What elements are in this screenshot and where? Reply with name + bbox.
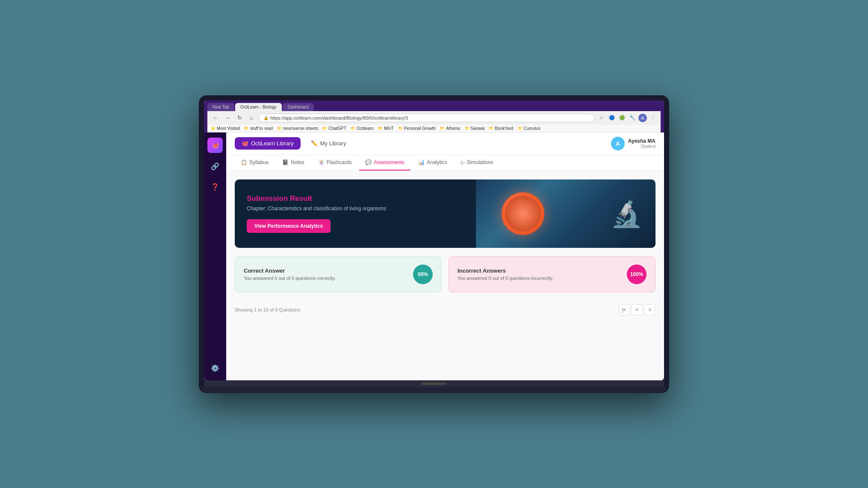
virus-illustration <box>502 192 544 235</box>
incorrect-title: Incorrect Answers <box>458 268 553 274</box>
incorrect-desc: You answered 0 out of 0 questions incorr… <box>458 276 553 281</box>
toolbar-icons: ☆ 🔵 🟢 🔧 A ⋮ <box>597 114 657 122</box>
reload-button[interactable]: ↻ <box>235 113 244 123</box>
syllabus-icon: 📋 <box>241 159 247 165</box>
banner-image <box>476 179 655 248</box>
forward-button[interactable]: → <box>223 113 232 123</box>
view-analytics-button[interactable]: View Performance Analytics <box>247 219 331 233</box>
banner-title: Submission Result <box>247 194 464 203</box>
score-card-incorrect: Incorrect Answers You answered 0 out of … <box>449 256 655 292</box>
user-details: Ayesha MA Student <box>628 138 655 149</box>
pagination-row: Showing 1 to 10 of 0 Questions |< < > <box>235 301 655 319</box>
page-first-button[interactable]: |< <box>619 304 630 315</box>
score-card-correct: Correct Answer You answered 0 out of 0 q… <box>235 256 442 292</box>
incorrect-info: Incorrect Answers You answered 0 out of … <box>458 268 553 281</box>
banner-subtitle: Chapter: Characteristics and classificat… <box>247 206 464 212</box>
laptop-notch <box>421 382 447 385</box>
logo-icon: 🐙 <box>212 142 219 149</box>
folder-icon-10: 📁 <box>518 126 523 130</box>
url-text: https://app.octilearn.com/dashboard/Biol… <box>270 115 408 121</box>
subnav-syllabus[interactable]: 📋 Syllabus <box>235 155 275 171</box>
folder-icon-6: 📁 <box>398 126 403 130</box>
back-button[interactable]: ← <box>211 113 220 123</box>
browser-tab-active[interactable]: OctiLearn - Biology <box>235 103 282 111</box>
main-content: 🐙 OctiLearn Library ✏️ My Library A Ayes… <box>226 132 664 380</box>
bookmark-personal-growth[interactable]: 📁 Personal Growth <box>398 126 436 131</box>
extension-icon-1[interactable]: 🔵 <box>608 114 616 122</box>
folder-icon-8: 📁 <box>465 126 469 130</box>
edit-icon: ✏️ <box>311 140 318 147</box>
bookmark-bookyard[interactable]: 📁 BookYard <box>489 126 513 131</box>
pagination-buttons: |< < > <box>619 304 655 315</box>
correct-title: Correct Answer <box>244 268 336 274</box>
bookmark-athenix[interactable]: 📁 Athenix <box>440 126 460 131</box>
pagination-info: Showing 1 to 10 of 0 Questions <box>235 307 300 312</box>
folder-icon-2: 📁 <box>277 126 282 130</box>
notes-icon: 📓 <box>282 159 289 165</box>
user-name: Ayesha MA <box>628 138 655 144</box>
folder-icon-5: 📁 <box>378 126 383 130</box>
lock-icon: 🔒 <box>263 115 269 120</box>
folder-icon-7: 📁 <box>440 126 445 130</box>
bookmark-star-icon[interactable]: ☆ <box>597 114 606 122</box>
correct-info: Correct Answer You answered 0 out of 0 q… <box>244 268 336 281</box>
user-info-section: A Ayesha MA Student <box>611 137 655 150</box>
simulations-icon: ▷ <box>461 159 465 165</box>
correct-badge: 00% <box>413 265 433 284</box>
avatar: A <box>611 137 625 150</box>
subnav-flashcards[interactable]: 🃏 Flashcards <box>312 155 358 171</box>
content-area: Submission Result Chapter: Characteristi… <box>226 171 664 327</box>
folder-icon-4: 📁 <box>351 126 355 130</box>
tab-octilearn-library[interactable]: 🐙 OctiLearn Library <box>235 137 301 150</box>
flashcards-icon: 🃏 <box>318 159 325 165</box>
assessments-icon: 💬 <box>365 159 372 165</box>
extension-icon-3[interactable]: 🔧 <box>628 114 637 122</box>
extension-icon-2[interactable]: 🟢 <box>618 114 626 122</box>
profile-icon[interactable]: A <box>638 114 647 122</box>
bookmark-octilearn[interactable]: 📁 Octilearn <box>351 126 374 131</box>
bookmark-cumulus[interactable]: 📁 Cumulus <box>518 126 540 131</box>
octilearn-icon: 🐙 <box>242 140 248 147</box>
menu-dots-icon[interactable]: ⋮ <box>649 114 657 122</box>
header: 🐙 OctiLearn Library ✏️ My Library A Ayes… <box>226 132 664 155</box>
analytics-icon: 📊 <box>418 159 425 165</box>
folder-icon-1: 📁 <box>244 126 249 130</box>
bookmark-neuroverse[interactable]: 📁 neuroverse sheets <box>277 126 318 131</box>
browser-tab-1[interactable]: New Tab <box>207 103 234 111</box>
folder-icon-3: 📁 <box>322 126 327 130</box>
correct-desc: You answered 0 out of 0 questions correc… <box>244 276 336 281</box>
banner-left: Submission Result Chapter: Characteristi… <box>235 179 476 248</box>
bookmarks-bar: ⭐ Most Visited 📁 stuff to read 📁 neurove… <box>207 125 661 132</box>
user-role: Student <box>628 144 655 149</box>
page-next-button[interactable]: > <box>644 304 655 315</box>
tab-my-library[interactable]: ✏️ My Library <box>304 137 353 150</box>
sidebar: 🐙 🔗 ❓ ⚙️ <box>204 132 226 380</box>
address-bar[interactable]: 🔒 https://app.octilearn.com/dashboard/Bi… <box>259 114 595 122</box>
subnav-assessments[interactable]: 💬 Assessments <box>359 155 410 171</box>
home-button[interactable]: ⌂ <box>247 113 256 123</box>
sidebar-icon-help[interactable]: ❓ <box>208 180 222 194</box>
banner-right <box>476 179 655 248</box>
header-tabs: 🐙 OctiLearn Library ✏️ My Library <box>235 137 353 150</box>
submission-banner: Submission Result Chapter: Characteristi… <box>235 179 655 248</box>
browser-tab-3[interactable]: Dashboard <box>283 103 314 111</box>
sidebar-icon-links[interactable]: 🔗 <box>208 160 222 173</box>
subnav-analytics[interactable]: 📊 Analytics <box>412 155 453 171</box>
bookmark-stuff-to-read[interactable]: 📁 stuff to read <box>244 126 273 131</box>
bookmark-chatgpt[interactable]: 📁 ChatGPT <box>322 126 346 131</box>
subnav-notes[interactable]: 📓 Notes <box>276 155 310 171</box>
bookmark-sanwai[interactable]: 📁 Sanwai <box>465 126 485 131</box>
star-icon: ⭐ <box>211 126 216 130</box>
app-logo[interactable]: 🐙 <box>207 138 223 153</box>
settings-icon[interactable]: ⚙️ <box>208 362 222 375</box>
page-prev-button[interactable]: < <box>632 304 643 315</box>
bookmark-mint[interactable]: 📁 MInT <box>378 126 394 131</box>
bookmark-most-visited[interactable]: ⭐ Most Visited <box>211 126 240 131</box>
incorrect-badge: 100% <box>627 265 647 284</box>
sub-navigation: 📋 Syllabus 📓 Notes 🃏 Flashcards 💬 Assess… <box>226 155 664 171</box>
folder-icon-9: 📁 <box>489 126 493 130</box>
score-cards: Correct Answer You answered 0 out of 0 q… <box>235 256 655 292</box>
subnav-simulations[interactable]: ▷ Simulations <box>455 155 499 171</box>
laptop-base <box>201 387 667 393</box>
